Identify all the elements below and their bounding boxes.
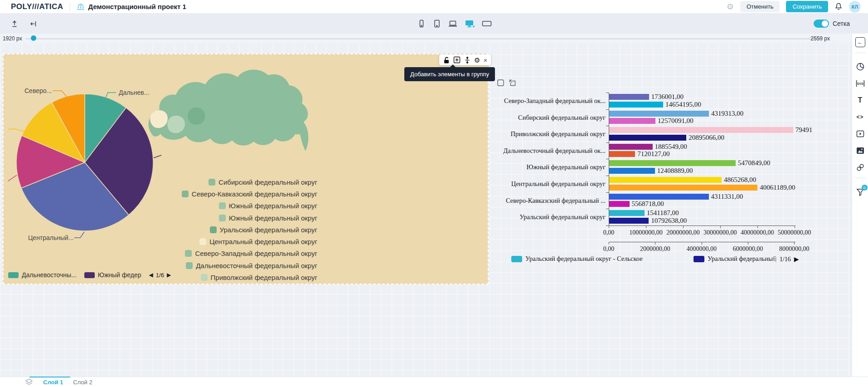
grid-toggle-block: Сетка [814,14,850,34]
save-button[interactable]: Сохранить [786,1,828,12]
x-axis-tick-label: 0,00 [588,245,630,253]
x-axis-tick-label: 8000000,00 [773,245,812,253]
bar-category-label: Сибирский федеральный округ [494,109,606,126]
grid-toggle[interactable] [814,20,829,28]
bar-value-label: 12408889,00 [657,168,693,174]
width-slider-track[interactable] [25,38,820,39]
device-tablet-icon[interactable] [432,19,441,28]
add-to-group-icon[interactable] [453,56,461,64]
pie-legend-label-0[interactable]: Дальневосточны... [22,271,77,279]
tooltip-text: Добавить элементы в группу [410,71,489,78]
cancel-button[interactable]: Отменить [740,1,780,12]
header: POLY///ATICA Демонстрационный проект 1 ⚙… [0,0,868,14]
y-axis-line [609,93,609,225]
bar-series2 [609,218,649,224]
tab-layer-2[interactable]: Слой 2 [73,379,92,386]
device-laptop-icon[interactable] [448,19,458,28]
pie-legend-swatch-1[interactable] [84,272,95,278]
indent-left-icon[interactable] [29,20,38,28]
pie-legend-swatch-0[interactable] [8,272,19,278]
map-legend-item[interactable]: Северо-Кавказский федеральный округ [121,188,317,200]
bar-legend-item[interactable]: Уральский федеральный округ - Сельское [511,255,643,263]
map-legend-swatch [219,202,226,209]
device-phone-icon[interactable] [417,19,426,28]
bank-icon [77,3,85,10]
map-legend-item[interactable]: Дальневосточный федеральный округ [121,260,317,271]
map-legend-label: Северо-Западный федеральный округ [195,250,317,257]
bar-value-label: 12570091,00 [658,118,693,124]
svg-tool-icon[interactable]: SVG [855,78,865,88]
active-tab-indicator [29,377,70,377]
grid-toggle-label: Сетка [833,20,850,27]
unlock-icon[interactable] [443,56,450,64]
bar-series1 [609,160,736,166]
pager-next-icon[interactable]: ▶ [794,255,799,263]
code-tool-icon[interactable]: <> [855,112,865,122]
marquee-icon[interactable] [497,79,504,87]
move-vertical-icon[interactable] [464,56,471,64]
bar-series1 [609,144,653,150]
map-legend-item[interactable]: Приволжский федеральный округ [121,271,317,283]
bar-chart-widget[interactable]: Северо-Западный федеральный ок...1736001… [494,91,812,271]
video-tool-icon[interactable] [855,129,865,139]
map-legend-swatch [209,179,215,186]
map-legend-label: Дальневосточный федеральный округ [196,262,317,269]
russia-map[interactable] [140,66,330,170]
map-legend-item[interactable]: Уральский федеральный округ [121,224,317,235]
map-legend-item[interactable]: Центральный федеральный округ [121,235,317,247]
bell-icon[interactable] [834,2,843,11]
pie-callout-severo: Северо... [24,87,52,94]
group-close-icon[interactable]: × [483,57,487,64]
pager-prev-icon[interactable]: ◀ [771,255,776,263]
bar-value-label: 4319313,00 [711,111,743,117]
map-legend-label: Приволжский федеральный округ [211,274,317,281]
widget-handles [497,79,516,87]
dashboard-canvas[interactable]: Северо... Дальнев... Центральный... Даль… [0,44,852,377]
svg-text:SVG: SVG [857,82,863,85]
image-tool-icon[interactable] [855,146,865,156]
filter-tool-icon[interactable]: 0 [855,187,865,197]
bar-value-label: 4865268,00 [724,177,756,183]
bar-series2 [609,151,635,157]
project-title-block: Демонстрационный проект 1 [77,3,186,10]
x-axis-tick-label: 2000000,00 [634,245,676,253]
bar-value-label: 7949198,00 [795,127,812,133]
bar-series2 [609,201,630,207]
x-axis-top-scale [609,225,795,226]
map-legend-item[interactable]: Северо-Западный федеральный округ [121,248,317,260]
map-legend-swatch [219,215,226,221]
bar-series1 [609,194,709,200]
map-legend-label: Северо-Кавказский федеральный округ [192,190,317,198]
layers-bar: Слой 1 Слой 2 [0,377,868,387]
move-out-icon[interactable] [509,79,516,87]
map-legend-label: Южный федеральный округ [229,214,317,222]
tab-layer-1[interactable]: Слой 1 [43,379,63,386]
bar-legend-label: Уральский федеральный округ - Сельское [525,255,643,263]
width-slider-thumb[interactable] [31,35,36,41]
settings-gear-icon[interactable]: ⚙ [727,3,734,11]
device-widescreen-icon[interactable] [481,19,492,28]
bar-legend-item[interactable]: Уральский федеральный [693,255,776,263]
map-legend-item[interactable]: Южный федеральный округ [121,200,317,212]
bar-value-label: 5470849,00 [738,160,770,166]
map-legend: Сибирский федеральный округСеверо-Кавказ… [121,176,317,284]
filter-badge: 0 [862,185,868,191]
group-settings-gear-icon[interactable]: ⚙ [474,57,480,64]
device-desktop-icon-active[interactable] [464,19,475,28]
pie-chart-tool-icon[interactable] [855,62,865,72]
canvas-toolbar: Сетка [0,14,868,34]
upload-icon[interactable] [10,20,19,28]
link-tool-icon[interactable] [855,162,865,172]
text-tool-icon[interactable]: T [855,95,865,105]
map-legend-item[interactable]: Сибирский федеральный округ [121,176,317,188]
bar-value-label: 10792638,00 [651,218,687,224]
x-axis-tick-label: 6000000,00 [727,245,769,253]
bar-legend: Уральский федеральный округ - СельскоеУр… [494,255,812,267]
avatar[interactable]: КЛ [849,1,861,13]
map-legend-item[interactable]: Южный федеральный округ [121,212,317,224]
widget-group[interactable]: Северо... Дальнев... Центральный... Даль… [3,54,489,284]
collapse-panel-icon[interactable]: ← [855,37,865,47]
bar-legend-pager: ◀1/16▶ [771,255,799,263]
bar-series1 [609,210,645,216]
bar-category-label: Северо-Кавказский федеральный ... [494,192,606,209]
